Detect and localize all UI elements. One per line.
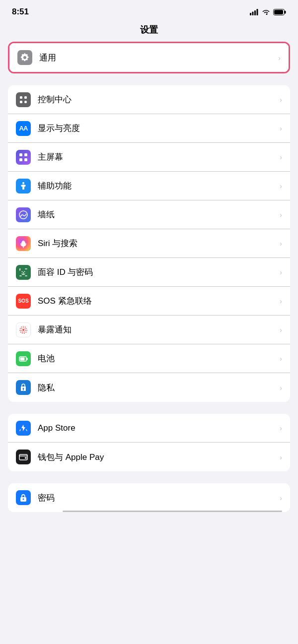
appstore-label: App Store <box>38 423 278 433</box>
row-password[interactable]: 密码 › <box>8 483 290 512</box>
section-password: 密码 › <box>8 483 290 512</box>
svg-rect-0 <box>250 13 251 15</box>
svg-point-19 <box>22 271 23 272</box>
general-chevron: › <box>278 54 281 62</box>
battery-chevron: › <box>280 354 282 363</box>
row-accessibility[interactable]: 辅助功能 › <box>8 172 290 200</box>
svg-point-22 <box>22 329 24 331</box>
row-wallpaper[interactable]: 墙纸 › <box>8 200 290 229</box>
privacy-label: 隐私 <box>38 382 278 393</box>
row-privacy[interactable]: 隐私 › <box>8 373 290 402</box>
sos-icon: SOS <box>16 294 31 309</box>
sos-label: SOS 紧急联络 <box>38 295 278 307</box>
exposure-label: 暴露通知 <box>38 324 278 335</box>
password-label: 密码 <box>38 492 278 504</box>
password-chevron: › <box>280 494 282 502</box>
siri-label: Siri 与搜索 <box>38 238 278 249</box>
battery-status-icon <box>273 9 286 15</box>
svg-rect-1 <box>252 11 254 15</box>
faceid-label: 面容 ID 与密码 <box>38 266 278 278</box>
homescreen-chevron: › <box>280 153 282 161</box>
row-faceid[interactable]: 面容 ID 与密码 › <box>8 258 290 287</box>
wallet-chevron: › <box>280 453 282 461</box>
siri-icon <box>16 236 31 251</box>
svg-rect-6 <box>274 10 283 14</box>
svg-rect-3 <box>257 9 258 15</box>
svg-point-10 <box>24 101 27 103</box>
controlcenter-chevron: › <box>280 95 282 104</box>
svg-point-33 <box>23 499 24 500</box>
row-sos[interactable]: SOS SOS 紧急联络 › <box>8 287 290 316</box>
svg-rect-7 <box>20 96 22 99</box>
svg-rect-2 <box>254 10 256 15</box>
section-general: 通用 › <box>8 42 290 73</box>
section-store: App Store › 钱包与 Apple Pay › <box>8 414 290 471</box>
sos-chevron: › <box>280 297 282 305</box>
svg-rect-12 <box>24 153 27 156</box>
privacy-icon <box>16 380 31 395</box>
password-icon <box>16 490 31 505</box>
display-label: 显示与亮度 <box>38 123 278 134</box>
wallpaper-chevron: › <box>280 210 282 219</box>
exposure-icon <box>16 322 31 337</box>
accessibility-icon <box>16 179 31 193</box>
status-bar: 8:51 <box>0 0 298 21</box>
row-siri[interactable]: Siri 与搜索 › <box>8 229 290 258</box>
faceid-icon <box>16 265 31 280</box>
signal-icon <box>250 9 259 15</box>
wallpaper-icon <box>16 207 31 222</box>
controlcenter-icon <box>16 92 31 107</box>
svg-rect-5 <box>285 10 286 13</box>
row-controlcenter[interactable]: 控制中心 › <box>8 85 290 114</box>
general-icon <box>17 50 32 65</box>
row-battery[interactable]: 电池 › <box>8 344 290 373</box>
row-display[interactable]: AA 显示与亮度 › <box>8 114 290 143</box>
appstore-icon <box>16 421 31 436</box>
exposure-chevron: › <box>280 325 282 334</box>
faceid-chevron: › <box>280 268 282 276</box>
svg-rect-8 <box>24 96 27 99</box>
accessibility-label: 辅助功能 <box>38 180 278 192</box>
svg-rect-26 <box>27 358 28 360</box>
svg-rect-13 <box>19 158 22 161</box>
status-time: 8:51 <box>12 7 29 17</box>
svg-rect-11 <box>19 153 22 156</box>
svg-point-20 <box>24 271 25 272</box>
svg-rect-27 <box>20 357 25 360</box>
section-settings: 控制中心 › AA 显示与亮度 › 主屏幕 › 辅助功能 <box>8 85 290 402</box>
wallet-label: 钱包与 Apple Pay <box>38 451 278 463</box>
svg-rect-30 <box>19 454 27 460</box>
general-label: 通用 <box>39 52 276 64</box>
svg-rect-14 <box>24 158 27 161</box>
wifi-icon <box>262 9 270 15</box>
battery-icon <box>16 351 31 366</box>
accessibility-chevron: › <box>280 182 282 190</box>
row-tongyong[interactable]: 通用 › <box>9 43 289 72</box>
homescreen-icon <box>16 150 31 165</box>
status-icons <box>250 9 286 15</box>
row-exposure[interactable]: 暴露通知 › <box>8 316 290 344</box>
display-icon: AA <box>16 121 31 136</box>
appstore-chevron: › <box>280 424 282 432</box>
divider-line <box>63 511 282 512</box>
page-title: 设置 <box>0 21 298 42</box>
row-homescreen[interactable]: 主屏幕 › <box>8 143 290 172</box>
privacy-chevron: › <box>280 384 282 392</box>
svg-rect-31 <box>25 457 27 459</box>
display-chevron: › <box>280 124 282 132</box>
svg-rect-9 <box>20 101 22 103</box>
battery-label: 电池 <box>38 353 278 364</box>
homescreen-label: 主屏幕 <box>38 151 278 163</box>
controlcenter-label: 控制中心 <box>38 94 278 105</box>
siri-chevron: › <box>280 239 282 248</box>
svg-point-15 <box>22 182 24 184</box>
wallet-icon <box>16 450 31 464</box>
row-appstore[interactable]: App Store › <box>8 414 290 443</box>
row-wallet[interactable]: 钱包与 Apple Pay › <box>8 443 290 471</box>
wallpaper-label: 墙纸 <box>38 209 278 220</box>
